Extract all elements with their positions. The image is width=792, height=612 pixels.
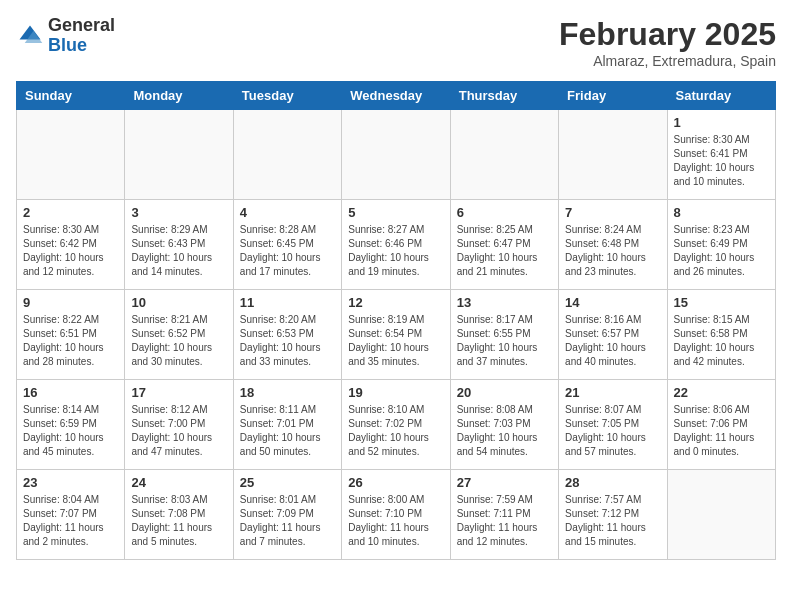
day-number: 13 [457,295,552,310]
day-info: Sunrise: 8:14 AM Sunset: 6:59 PM Dayligh… [23,403,118,459]
day-info: Sunrise: 8:29 AM Sunset: 6:43 PM Dayligh… [131,223,226,279]
day-info: Sunrise: 8:12 AM Sunset: 7:00 PM Dayligh… [131,403,226,459]
calendar-week-3: 9Sunrise: 8:22 AM Sunset: 6:51 PM Daylig… [17,290,776,380]
calendar-table: SundayMondayTuesdayWednesdayThursdayFrid… [16,81,776,560]
day-info: Sunrise: 8:25 AM Sunset: 6:47 PM Dayligh… [457,223,552,279]
day-number: 12 [348,295,443,310]
calendar-cell: 28Sunrise: 7:57 AM Sunset: 7:12 PM Dayli… [559,470,667,560]
day-info: Sunrise: 8:04 AM Sunset: 7:07 PM Dayligh… [23,493,118,549]
day-number: 7 [565,205,660,220]
calendar-cell: 23Sunrise: 8:04 AM Sunset: 7:07 PM Dayli… [17,470,125,560]
day-number: 3 [131,205,226,220]
day-info: Sunrise: 8:30 AM Sunset: 6:41 PM Dayligh… [674,133,769,189]
calendar-cell [450,110,558,200]
calendar-cell: 12Sunrise: 8:19 AM Sunset: 6:54 PM Dayli… [342,290,450,380]
logo-icon [16,22,44,50]
weekday-header-thursday: Thursday [450,82,558,110]
weekday-header-sunday: Sunday [17,82,125,110]
day-number: 2 [23,205,118,220]
day-info: Sunrise: 8:07 AM Sunset: 7:05 PM Dayligh… [565,403,660,459]
calendar-cell: 10Sunrise: 8:21 AM Sunset: 6:52 PM Dayli… [125,290,233,380]
day-number: 16 [23,385,118,400]
calendar-cell: 3Sunrise: 8:29 AM Sunset: 6:43 PM Daylig… [125,200,233,290]
calendar-cell: 16Sunrise: 8:14 AM Sunset: 6:59 PM Dayli… [17,380,125,470]
calendar-cell [233,110,341,200]
day-number: 9 [23,295,118,310]
day-number: 26 [348,475,443,490]
calendar-cell: 26Sunrise: 8:00 AM Sunset: 7:10 PM Dayli… [342,470,450,560]
day-number: 28 [565,475,660,490]
logo: General Blue [16,16,115,56]
calendar-cell: 14Sunrise: 8:16 AM Sunset: 6:57 PM Dayli… [559,290,667,380]
weekday-header-row: SundayMondayTuesdayWednesdayThursdayFrid… [17,82,776,110]
logo-general: General [48,15,115,35]
weekday-header-tuesday: Tuesday [233,82,341,110]
day-info: Sunrise: 8:03 AM Sunset: 7:08 PM Dayligh… [131,493,226,549]
weekday-header-monday: Monday [125,82,233,110]
month-year: February 2025 [559,16,776,53]
day-info: Sunrise: 8:30 AM Sunset: 6:42 PM Dayligh… [23,223,118,279]
weekday-header-saturday: Saturday [667,82,775,110]
day-number: 23 [23,475,118,490]
day-info: Sunrise: 8:06 AM Sunset: 7:06 PM Dayligh… [674,403,769,459]
day-number: 15 [674,295,769,310]
calendar-cell: 25Sunrise: 8:01 AM Sunset: 7:09 PM Dayli… [233,470,341,560]
day-number: 18 [240,385,335,400]
calendar-cell: 19Sunrise: 8:10 AM Sunset: 7:02 PM Dayli… [342,380,450,470]
day-info: Sunrise: 8:00 AM Sunset: 7:10 PM Dayligh… [348,493,443,549]
calendar-cell: 24Sunrise: 8:03 AM Sunset: 7:08 PM Dayli… [125,470,233,560]
day-number: 17 [131,385,226,400]
day-info: Sunrise: 8:10 AM Sunset: 7:02 PM Dayligh… [348,403,443,459]
day-number: 22 [674,385,769,400]
location: Almaraz, Extremadura, Spain [559,53,776,69]
day-info: Sunrise: 7:59 AM Sunset: 7:11 PM Dayligh… [457,493,552,549]
calendar-cell: 18Sunrise: 8:11 AM Sunset: 7:01 PM Dayli… [233,380,341,470]
weekday-header-wednesday: Wednesday [342,82,450,110]
calendar-cell: 9Sunrise: 8:22 AM Sunset: 6:51 PM Daylig… [17,290,125,380]
logo-blue: Blue [48,35,87,55]
calendar-cell: 17Sunrise: 8:12 AM Sunset: 7:00 PM Dayli… [125,380,233,470]
day-info: Sunrise: 8:11 AM Sunset: 7:01 PM Dayligh… [240,403,335,459]
calendar-cell [17,110,125,200]
day-number: 25 [240,475,335,490]
day-number: 21 [565,385,660,400]
calendar-cell [125,110,233,200]
calendar-week-2: 2Sunrise: 8:30 AM Sunset: 6:42 PM Daylig… [17,200,776,290]
calendar-cell [667,470,775,560]
day-info: Sunrise: 8:28 AM Sunset: 6:45 PM Dayligh… [240,223,335,279]
day-number: 5 [348,205,443,220]
title-block: February 2025 Almaraz, Extremadura, Spai… [559,16,776,69]
calendar-cell: 22Sunrise: 8:06 AM Sunset: 7:06 PM Dayli… [667,380,775,470]
calendar-cell: 15Sunrise: 8:15 AM Sunset: 6:58 PM Dayli… [667,290,775,380]
day-info: Sunrise: 8:20 AM Sunset: 6:53 PM Dayligh… [240,313,335,369]
calendar-cell: 6Sunrise: 8:25 AM Sunset: 6:47 PM Daylig… [450,200,558,290]
page-header: General Blue February 2025 Almaraz, Extr… [16,16,776,69]
calendar-cell: 2Sunrise: 8:30 AM Sunset: 6:42 PM Daylig… [17,200,125,290]
calendar-cell [342,110,450,200]
calendar-cell: 11Sunrise: 8:20 AM Sunset: 6:53 PM Dayli… [233,290,341,380]
day-info: Sunrise: 8:24 AM Sunset: 6:48 PM Dayligh… [565,223,660,279]
calendar-cell: 20Sunrise: 8:08 AM Sunset: 7:03 PM Dayli… [450,380,558,470]
day-number: 6 [457,205,552,220]
day-info: Sunrise: 8:27 AM Sunset: 6:46 PM Dayligh… [348,223,443,279]
day-number: 11 [240,295,335,310]
logo-text: General Blue [48,16,115,56]
day-info: Sunrise: 8:15 AM Sunset: 6:58 PM Dayligh… [674,313,769,369]
day-info: Sunrise: 8:17 AM Sunset: 6:55 PM Dayligh… [457,313,552,369]
day-info: Sunrise: 8:08 AM Sunset: 7:03 PM Dayligh… [457,403,552,459]
calendar-cell: 7Sunrise: 8:24 AM Sunset: 6:48 PM Daylig… [559,200,667,290]
calendar-cell: 8Sunrise: 8:23 AM Sunset: 6:49 PM Daylig… [667,200,775,290]
calendar-cell: 5Sunrise: 8:27 AM Sunset: 6:46 PM Daylig… [342,200,450,290]
day-number: 8 [674,205,769,220]
day-number: 1 [674,115,769,130]
weekday-header-friday: Friday [559,82,667,110]
day-info: Sunrise: 8:16 AM Sunset: 6:57 PM Dayligh… [565,313,660,369]
day-number: 14 [565,295,660,310]
calendar-week-5: 23Sunrise: 8:04 AM Sunset: 7:07 PM Dayli… [17,470,776,560]
day-number: 24 [131,475,226,490]
day-info: Sunrise: 8:21 AM Sunset: 6:52 PM Dayligh… [131,313,226,369]
day-number: 20 [457,385,552,400]
calendar-week-1: 1Sunrise: 8:30 AM Sunset: 6:41 PM Daylig… [17,110,776,200]
calendar-cell: 27Sunrise: 7:59 AM Sunset: 7:11 PM Dayli… [450,470,558,560]
calendar-cell: 4Sunrise: 8:28 AM Sunset: 6:45 PM Daylig… [233,200,341,290]
